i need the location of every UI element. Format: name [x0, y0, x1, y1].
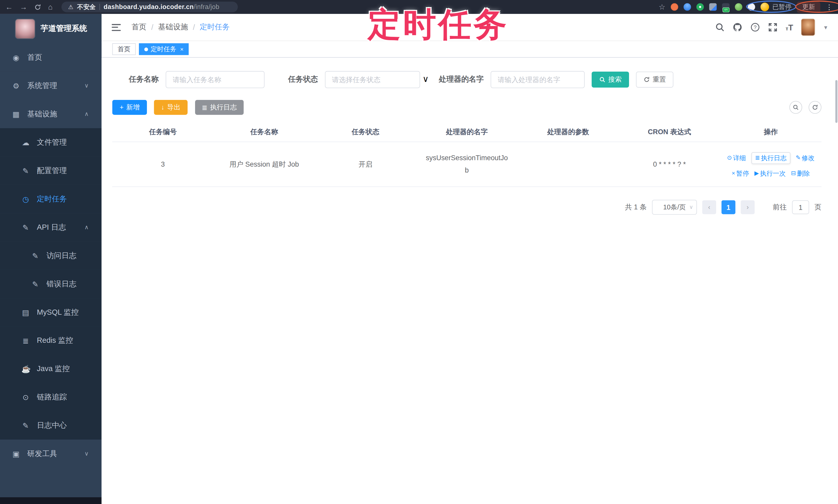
pause-link[interactable]: ×暂停 [732, 170, 749, 177]
toggle-search-button[interactable] [789, 101, 802, 114]
browser-back-icon[interactable]: ← [5, 3, 13, 11]
screenshot-root: ← → ⌂ ⚠ 不安全 dashboard.yudao.iocoder.cn/i… [0, 0, 838, 504]
sidebar-item-infra[interactable]: ▦ 基础设施 ∧ [0, 100, 102, 128]
page-number-1[interactable]: 1 [721, 200, 735, 214]
sidebar-item-api-log[interactable]: ✎ API 日志 ∧ [0, 213, 102, 241]
sidebar-item-system[interactable]: ⚙ 系统管理 ∨ [0, 72, 102, 100]
job-name-input[interactable] [166, 71, 265, 88]
sidebar-item-dev-tools[interactable]: ▣ 研发工具 ∨ [0, 439, 102, 468]
row-exec-log-link[interactable]: ≣执行日志 [751, 152, 790, 164]
error-log-icon: ✎ [31, 280, 39, 288]
jobs-table: 任务编号 任务名称 任务状态 处理器的名字 处理器的参数 CRON 表达式 操作… [112, 123, 821, 187]
job-status-select[interactable] [325, 71, 420, 88]
eye-icon: ⊙ [727, 155, 732, 161]
search-icon[interactable] [715, 22, 724, 32]
sidebar-item-mysql-monitor[interactable]: ▤ MySQL 监控 [0, 298, 102, 326]
layers-icon: ≣ [21, 336, 30, 345]
sidebar-item-access-log[interactable]: ✎ 访问日志 [0, 241, 102, 270]
page-size-select[interactable]: 10条/页 ∨ [652, 200, 697, 215]
sidebar-item-file-management[interactable]: ☁ 文件管理 [0, 128, 102, 157]
access-log-icon: ✎ [31, 251, 39, 260]
sidebar-item-home[interactable]: ◉ 首页 [0, 43, 102, 72]
sidebar-collapse-icon[interactable] [111, 24, 121, 31]
main-area: 首页 / 基础设施 / 定时任务 ? [102, 14, 838, 504]
chevron-up-icon: ∧ [85, 110, 89, 118]
cell-job-id: 3 [112, 142, 214, 187]
extension-on-badge: on [722, 7, 729, 12]
browser-home-icon[interactable]: ⌂ [48, 3, 53, 11]
handler-name-input[interactable] [491, 71, 585, 88]
extension-icon-green[interactable] [696, 3, 704, 11]
add-button[interactable]: + 新增 [112, 100, 147, 115]
handler-name-field-wrap [491, 71, 585, 88]
col-handler-params: 处理器的参数 [518, 123, 619, 142]
exec-log-button[interactable]: ≣ 执行日志 [195, 100, 244, 115]
tab-home[interactable]: 首页 [112, 43, 136, 55]
job-name-label: 任务名称 [129, 75, 159, 84]
search-button[interactable]: 搜索 [592, 72, 629, 88]
log-list-icon: ≣ [755, 155, 760, 161]
browser-forward-icon[interactable]: → [20, 3, 27, 11]
browser-reload-icon[interactable] [34, 3, 41, 10]
pagination: 共 1 条 10条/页 ∨ ‹ 1 › 前往 页 [112, 200, 821, 215]
reset-button[interactable]: 重置 [636, 72, 673, 88]
breadcrumb-infra[interactable]: 基础设施 [158, 22, 188, 32]
url-host: dashboard.yudao.iocoder.cn [104, 3, 194, 11]
extension-icon-blue[interactable] [684, 3, 691, 11]
sidebar-item-error-log[interactable]: ✎ 错误日志 [0, 270, 102, 298]
cloud-upload-icon: ☁ [21, 138, 30, 146]
toolbar-right [789, 101, 821, 114]
browser-menu-icon[interactable]: ⋮ [826, 3, 833, 11]
breadcrumb-home[interactable]: 首页 [132, 22, 146, 32]
next-page-button[interactable]: › [741, 200, 755, 214]
paused-label: 已暂停 [772, 2, 792, 11]
sidebar-item-config-management[interactable]: ✎ 配置管理 [0, 157, 102, 185]
filter-form: 任务名称 任务状态 ∨ 处理器的名字 [129, 71, 821, 88]
extension-icon-light[interactable] [748, 3, 755, 11]
emoji-extension-icon [761, 3, 769, 11]
fullscreen-icon[interactable] [768, 22, 778, 32]
help-icon[interactable]: ? [750, 22, 760, 32]
paused-extension-chip[interactable]: 已暂停 [761, 2, 791, 11]
export-button[interactable]: ↓ 导出 [154, 100, 187, 115]
font-size-icon[interactable]: тT [786, 23, 793, 32]
job-name-field-wrap [166, 71, 265, 88]
page-scrollbar-thumb[interactable] [835, 80, 837, 123]
github-icon[interactable] [733, 22, 742, 32]
browser-update-button[interactable]: 更新 [797, 1, 820, 13]
extension-icon-grid[interactable] [709, 3, 717, 11]
cell-job-status: 开启 [315, 142, 416, 187]
delete-link[interactable]: ⊟删除 [791, 170, 810, 177]
url-text[interactable]: dashboard.yudao.iocoder.cn/infra/job [104, 3, 219, 11]
chevron-down-icon: ∨ [422, 74, 429, 84]
sidebar-item-tracing[interactable]: ⊙ 链路追踪 [0, 383, 102, 411]
sidebar: 芋道管理系统 ◉ 首页 ⚙ 系统管理 ∨ ▦ 基础设施 ∧ ☁ [0, 14, 102, 504]
sidebar-item-redis-monitor[interactable]: ≣ Redis 监控 [0, 326, 102, 355]
goto-page-input[interactable] [792, 200, 809, 214]
cell-cron: 0 * * * * ? * [619, 142, 720, 187]
sidebar-bottom-strip [0, 497, 102, 504]
tab-scheduled-jobs[interactable]: 定时任务 × [139, 43, 189, 55]
sidebar-logo[interactable]: 芋道管理系统 [0, 14, 102, 43]
extension-icon-orange[interactable] [671, 3, 678, 11]
extension-icon-proxy[interactable]: on [722, 3, 730, 11]
address-bar[interactable]: ⚠ 不安全 dashboard.yudao.iocoder.cn/infra/j… [62, 2, 238, 12]
bookmark-star-icon[interactable]: ☆ [659, 3, 665, 11]
user-avatar[interactable] [801, 19, 815, 36]
avatar-caret-icon[interactable]: ▼ [823, 24, 828, 30]
sidebar-item-log-center[interactable]: ✎ 日志中心 [0, 411, 102, 439]
refresh-button[interactable] [809, 101, 821, 114]
sidebar-menu: ◉ 首页 ⚙ 系统管理 ∨ ▦ 基础设施 ∧ ☁ 文件管理 [0, 43, 102, 497]
eye-icon: ⊙ [21, 393, 30, 401]
active-tab-dot [144, 48, 148, 51]
extension-icon-leaf[interactable] [735, 3, 743, 11]
sidebar-item-scheduled-jobs[interactable]: ◷ 定时任务 [0, 185, 102, 213]
detail-link[interactable]: ⊙详细 [727, 155, 746, 161]
edit-link[interactable]: ✎修改 [796, 155, 815, 161]
close-icon[interactable]: × [180, 46, 184, 52]
goto-unit: 页 [815, 202, 821, 212]
run-once-link[interactable]: ▶执行一次 [754, 170, 786, 177]
col-job-name: 任务名称 [214, 123, 315, 142]
prev-page-button[interactable]: ‹ [702, 200, 716, 214]
sidebar-item-java-monitor[interactable]: ☕ Java 监控 [0, 355, 102, 383]
